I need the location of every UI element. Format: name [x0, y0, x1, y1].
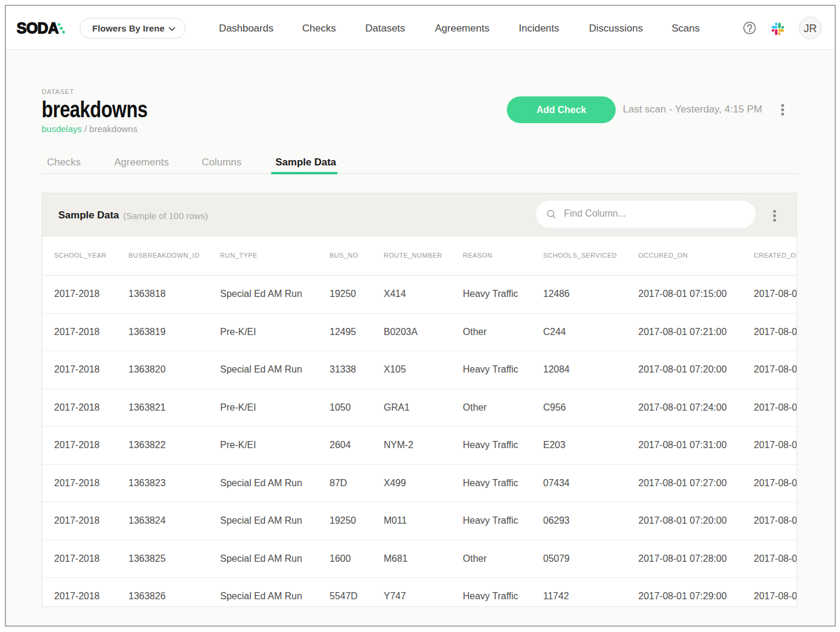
svg-text:SODA: SODA — [17, 20, 59, 36]
